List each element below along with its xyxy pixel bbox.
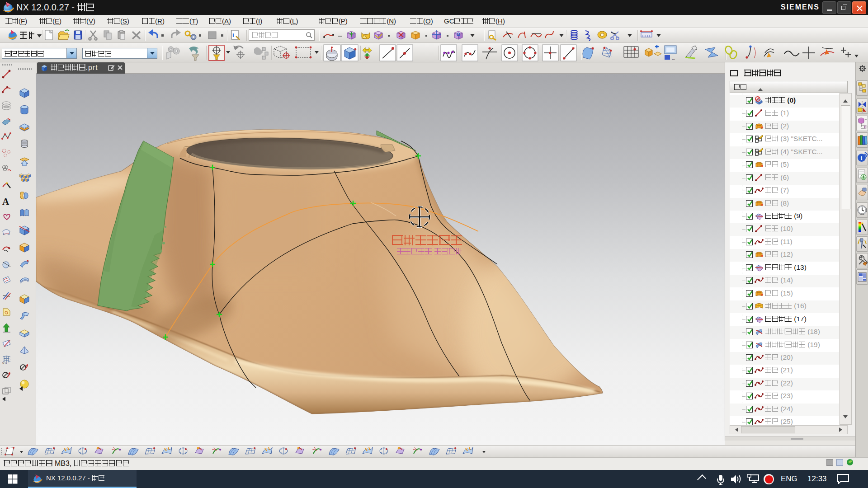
svg-text:i: i xyxy=(232,32,234,38)
svg-text:...: ... xyxy=(672,56,675,61)
svg-text:A: A xyxy=(2,196,9,207)
svg-text:V U: V U xyxy=(2,362,7,365)
